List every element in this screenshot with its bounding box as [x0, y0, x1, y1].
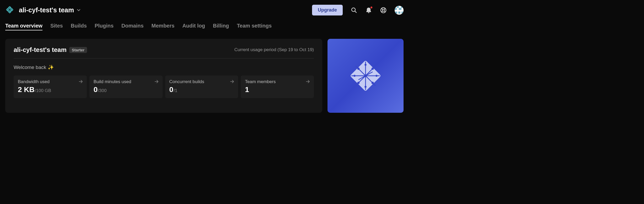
- card-title-wrap: ali-cyf-test's team Starter: [14, 46, 87, 53]
- notifications-icon[interactable]: [365, 7, 372, 14]
- svg-point-28: [372, 82, 374, 84]
- stat-value-row: 0 /1: [169, 85, 234, 94]
- tab-audit-log[interactable]: Audit log: [182, 23, 205, 30]
- arrow-right-icon: [155, 80, 159, 84]
- nav-tabs: Team overview Sites Builds Plugins Domai…: [0, 18, 409, 30]
- svg-point-27: [357, 82, 360, 84]
- svg-line-15: [384, 8, 385, 9]
- stat-value-row: 0 /300: [94, 85, 158, 94]
- stat-value: 0: [169, 85, 174, 94]
- team-name: ali-cyf-test's team: [19, 6, 74, 14]
- team-tile[interactable]: [328, 39, 404, 113]
- stat-limit: /100 GB: [35, 88, 51, 93]
- team-selector[interactable]: ali-cyf-test's team: [19, 6, 80, 14]
- stat-value: 0: [94, 85, 98, 94]
- usage-period: Current usage period (Sep 19 to Oct 19): [234, 47, 314, 52]
- tab-team-overview[interactable]: Team overview: [5, 23, 42, 30]
- header-left: ali-cyf-test's team: [5, 5, 80, 15]
- stat-value: 2 KB: [18, 85, 35, 94]
- svg-point-9: [11, 11, 12, 12]
- tab-builds[interactable]: Builds: [71, 23, 87, 30]
- card-title: ali-cyf-test's team: [14, 46, 67, 53]
- tab-team-settings[interactable]: Team settings: [237, 23, 272, 30]
- header: ali-cyf-test's team Upgrade: [0, 0, 409, 18]
- notification-dot: [370, 6, 373, 9]
- svg-line-11: [355, 11, 357, 13]
- stat-value: 1: [245, 85, 249, 94]
- stat-label: Concurrent builds: [169, 79, 234, 84]
- netlify-diamond-icon: [346, 56, 385, 95]
- svg-point-30: [364, 86, 367, 88]
- plan-badge: Starter: [69, 47, 87, 53]
- card-header: ali-cyf-test's team Starter Current usag…: [14, 46, 314, 58]
- svg-line-17: [384, 11, 385, 12]
- overview-card: ali-cyf-test's team Starter Current usag…: [5, 39, 322, 113]
- stat-label: Bandwidth used: [18, 79, 83, 84]
- svg-point-6: [8, 8, 9, 8]
- stat-label: Team members: [245, 79, 310, 84]
- stat-limit: /300: [98, 88, 106, 93]
- chevron-down-icon: [77, 8, 80, 12]
- search-icon[interactable]: [351, 7, 357, 14]
- stat-limit: /1: [174, 88, 177, 93]
- welcome-message: Welcome back ✨: [14, 58, 314, 76]
- tab-sites[interactable]: Sites: [50, 23, 63, 30]
- netlify-logo-icon[interactable]: [5, 5, 14, 15]
- tab-plugins[interactable]: Plugins: [95, 23, 114, 30]
- stat-value-row: 2 KB /100 GB: [18, 85, 83, 94]
- tab-members[interactable]: Members: [152, 23, 175, 30]
- upgrade-button[interactable]: Upgrade: [312, 5, 343, 15]
- tab-billing[interactable]: Billing: [213, 23, 229, 30]
- svg-line-14: [382, 8, 383, 9]
- support-icon[interactable]: [380, 7, 387, 14]
- main-row: ali-cyf-test's team Starter Current usag…: [0, 30, 409, 118]
- stats-row: Bandwidth used 2 KB /100 GB Build minute…: [14, 76, 314, 98]
- stat-value-row: 1: [245, 85, 310, 94]
- stat-concurrent-builds[interactable]: Concurrent builds 0 /1: [165, 76, 238, 98]
- svg-point-8: [8, 11, 9, 12]
- header-right: Upgrade: [312, 5, 404, 15]
- svg-point-29: [364, 64, 367, 66]
- stat-bandwidth[interactable]: Bandwidth used 2 KB /100 GB: [14, 76, 87, 98]
- arrow-right-icon: [306, 80, 310, 84]
- svg-point-13: [382, 9, 384, 11]
- svg-point-24: [364, 74, 367, 77]
- svg-point-25: [357, 68, 360, 70]
- stat-team-members[interactable]: Team members 1: [241, 76, 314, 98]
- svg-point-32: [375, 75, 378, 77]
- svg-point-31: [353, 75, 356, 77]
- arrow-right-icon: [230, 80, 234, 84]
- svg-line-16: [382, 11, 383, 12]
- svg-point-5: [9, 9, 10, 10]
- arrow-right-icon: [79, 80, 83, 84]
- svg-point-7: [11, 8, 12, 8]
- avatar[interactable]: [395, 6, 404, 15]
- stat-build-minutes[interactable]: Build minutes used 0 /300: [89, 76, 163, 98]
- svg-point-26: [372, 68, 374, 70]
- stat-label: Build minutes used: [94, 79, 158, 84]
- tab-domains[interactable]: Domains: [121, 23, 143, 30]
